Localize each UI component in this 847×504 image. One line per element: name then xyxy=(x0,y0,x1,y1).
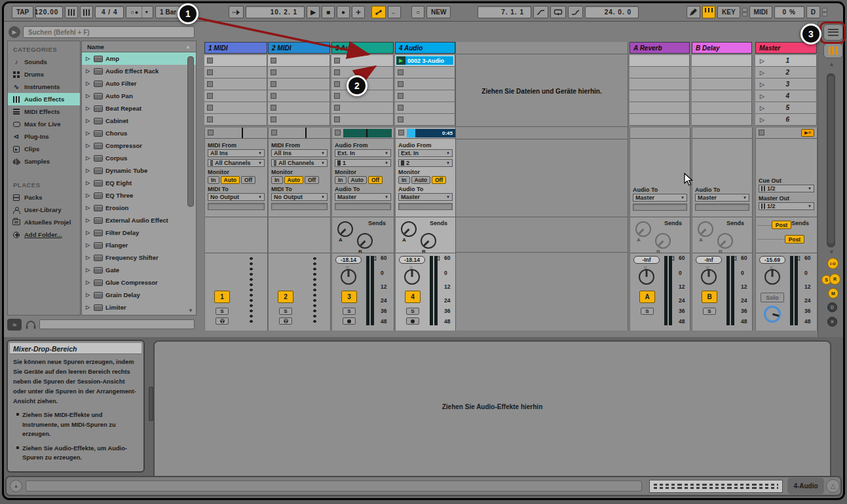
monitor-off-button[interactable]: Off xyxy=(368,176,383,184)
return-slot[interactable] xyxy=(630,114,690,126)
list-item[interactable]: ▷ Frequency Shifter xyxy=(82,251,196,264)
expander-icon[interactable]: ▷ xyxy=(86,155,91,161)
show-io-toggle[interactable]: I·O xyxy=(827,258,838,269)
clip-stop-icon[interactable] xyxy=(398,69,404,75)
search-input[interactable] xyxy=(23,26,195,38)
volume-display[interactable]: -18.14 xyxy=(399,256,425,264)
return-slot[interactable] xyxy=(630,79,690,90)
clip-stop-icon[interactable] xyxy=(271,93,276,99)
punch-out-button[interactable] xyxy=(568,6,583,18)
return-slot[interactable] xyxy=(692,90,752,102)
solo-button[interactable]: Solo xyxy=(761,293,784,302)
list-item[interactable]: ▷ Grain Delay xyxy=(82,289,196,301)
clip-stop-icon[interactable] xyxy=(334,93,340,99)
monitor-in-button[interactable]: In xyxy=(335,176,347,184)
scroll-down-icon[interactable]: ▼ xyxy=(829,249,835,255)
expander-icon[interactable]: ▷ xyxy=(86,192,91,198)
loop-length-display[interactable]: 24. 0. 0 xyxy=(585,6,639,18)
record-button[interactable]: ● xyxy=(337,6,350,18)
expander-icon[interactable]: ▷ xyxy=(86,130,91,136)
output-type-chooser[interactable]: Master▼ xyxy=(695,194,749,202)
show-returns-toggle[interactable]: R xyxy=(829,274,840,285)
list-item[interactable]: ▷ Auto Pan xyxy=(82,90,196,102)
output-type-chooser[interactable]: Master▼ xyxy=(398,193,453,201)
monitor-auto-button[interactable]: Auto xyxy=(411,176,430,184)
clip-slot[interactable] xyxy=(395,114,455,126)
pan-knob[interactable] xyxy=(341,269,356,285)
master-status-row[interactable]: ▶≡ xyxy=(756,128,817,139)
track-status-row[interactable] xyxy=(205,128,267,139)
expander-icon[interactable]: ▷ xyxy=(86,304,91,310)
list-item[interactable]: ▷ Flanger xyxy=(82,239,196,251)
clip-stop-icon[interactable] xyxy=(271,58,276,63)
sidebar-item-drums[interactable]: Drums xyxy=(8,68,80,81)
clip-slot[interactable] xyxy=(395,67,455,79)
send-a-knob[interactable] xyxy=(337,221,353,237)
list-item[interactable]: ▷ External Audio Effect xyxy=(82,214,196,226)
list-item[interactable]: ▷ Gate xyxy=(82,264,196,276)
expander-icon[interactable]: ▷ xyxy=(86,255,91,261)
send-b-knob[interactable] xyxy=(421,233,436,249)
return-slot[interactable] xyxy=(692,67,752,79)
device-view-handle[interactable] xyxy=(149,387,153,421)
clip-stop-icon[interactable] xyxy=(335,130,341,135)
track-header-1-midi[interactable]: 1 MIDI xyxy=(204,42,267,54)
level-meter[interactable] xyxy=(790,256,798,325)
clip-stop-icon[interactable] xyxy=(398,130,404,135)
key-map-button[interactable]: KEY xyxy=(717,6,740,18)
sidebar-item-packs[interactable]: Packs xyxy=(8,191,80,204)
pan-knob[interactable] xyxy=(764,269,780,285)
scrollbar-thumb[interactable] xyxy=(828,76,834,243)
clip-stop-icon[interactable] xyxy=(334,81,340,87)
clip-stop-icon[interactable] xyxy=(207,69,213,75)
clip-slot[interactable] xyxy=(204,114,267,126)
metronome-button[interactable]: ○●▼ xyxy=(126,6,153,18)
expander-icon[interactable]: ▷ xyxy=(86,143,91,149)
stop-button[interactable]: ■ xyxy=(322,6,335,18)
monitor-off-button[interactable]: Off xyxy=(241,176,255,184)
track-header-4-audio[interactable]: 4 Audio xyxy=(395,42,455,54)
level-meter[interactable] xyxy=(366,256,374,325)
expander-icon[interactable]: ▷ xyxy=(86,279,91,285)
scene-play-icon[interactable]: ▷ xyxy=(760,117,764,123)
list-item[interactable]: ▷ Chorus xyxy=(82,127,196,139)
input-channel-chooser[interactable]: All Channels▼ xyxy=(271,159,328,167)
output-type-chooser[interactable]: Master▼ xyxy=(633,194,687,202)
browser-scrollbar[interactable]: ▼ xyxy=(187,54,194,314)
scene-slot[interactable]: ▷ 6 xyxy=(755,114,817,126)
expander-icon[interactable]: ▷ xyxy=(86,168,91,173)
clip-slot[interactable] xyxy=(268,55,330,67)
clip-slot[interactable] xyxy=(395,79,455,90)
sidebar-item-sounds[interactable]: ♪Sounds xyxy=(8,56,80,68)
list-item[interactable]: ▷ Compressor xyxy=(82,139,196,152)
clip-slot[interactable] xyxy=(204,67,267,79)
clip-slot[interactable] xyxy=(268,79,330,90)
stop-all-clips-button[interactable]: ▶≡ xyxy=(801,129,814,137)
monitor-auto-button[interactable]: Auto xyxy=(221,176,240,184)
expander-icon[interactable]: ▷ xyxy=(86,205,91,211)
post-b-button[interactable]: Post xyxy=(785,235,804,243)
sidebar-item-plugins[interactable]: ⊲Plug-Ins xyxy=(8,130,80,143)
clip-stop-icon[interactable] xyxy=(398,93,404,99)
pan-knob[interactable] xyxy=(639,269,654,285)
return-activator-button[interactable]: B xyxy=(702,291,717,303)
track-status-row[interactable]: 0:45 xyxy=(396,128,455,139)
sidebar-item-clips[interactable]: ▶Clips xyxy=(8,143,80,155)
clip-stop-icon[interactable] xyxy=(334,105,340,111)
return-slot[interactable] xyxy=(692,102,752,114)
play-button[interactable]: ▶ xyxy=(307,6,320,18)
return-activator-button[interactable]: A xyxy=(639,291,655,303)
sidebar-item-add-folder[interactable]: Add Folder... xyxy=(8,228,80,241)
expander-icon[interactable]: ▷ xyxy=(86,81,91,86)
draw-mode-button[interactable] xyxy=(687,6,700,18)
volume-display[interactable]: -18.14 xyxy=(335,256,362,264)
show-track-delay-toggle[interactable]: D xyxy=(827,302,837,312)
scene-slot[interactable]: ▷ 5 xyxy=(755,102,817,114)
expander-icon[interactable]: ▷ xyxy=(86,242,91,248)
list-item[interactable]: ▷ Audio Effect Rack xyxy=(82,65,196,77)
return-slot[interactable] xyxy=(630,55,690,67)
list-item[interactable]: ▷ Glue Compressor xyxy=(82,276,196,289)
clip-stop-icon[interactable] xyxy=(207,117,213,122)
list-item[interactable]: ▷ EQ Eight xyxy=(82,177,196,189)
volume-display[interactable]: -Inf xyxy=(633,256,660,264)
